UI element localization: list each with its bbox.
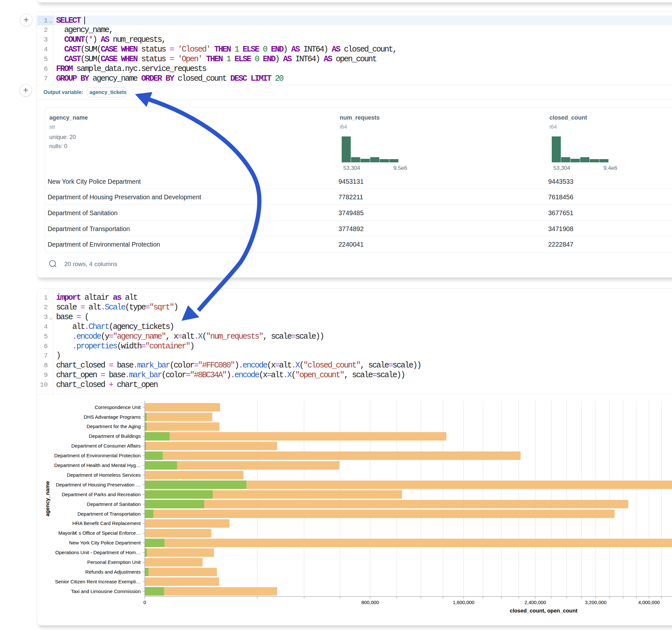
svg-text:Mayorâ€ s Office of Special En: Mayorâ€ s Office of Special Enforce… <box>58 530 141 536</box>
svg-text:HRA Benefit Card Replacement: HRA Benefit Card Replacement <box>72 520 141 526</box>
svg-text:New York City Police Departmen: New York City Police Department <box>69 540 141 546</box>
svg-text:Department of Housing Preserva: Department of Housing Preservation … <box>56 482 141 487</box>
svg-text:Department of Parks and Recrea: Department of Parks and Recreation <box>62 492 141 497</box>
svg-text:agency_name: agency_name <box>44 481 50 516</box>
svg-text:Operations Unit - Department o: Operations Unit - Department of Hom… <box>55 550 141 555</box>
svg-text:Personal Exemption Unit: Personal Exemption Unit <box>87 559 141 565</box>
svg-text:DHS Advantage Programs: DHS Advantage Programs <box>83 414 141 420</box>
svg-text:Department of Sanitation: Department of Sanitation <box>87 501 141 507</box>
svg-text:Department of Buildings: Department of Buildings <box>89 433 141 439</box>
svg-text:Department for the Aging: Department for the Aging <box>87 423 141 429</box>
svg-text:closed_count, open_count: closed_count, open_count <box>510 608 578 613</box>
svg-text:Department of Transportation: Department of Transportation <box>77 511 141 516</box>
svg-text:3,200,000: 3,200,000 <box>585 600 606 605</box>
svg-text:Department of Environmental Pr: Department of Environmental Protection <box>54 453 141 458</box>
svg-text:2,400,000: 2,400,000 <box>525 600 546 605</box>
svg-text:Department of Homeless Service: Department of Homeless Services <box>67 472 141 478</box>
svg-text:Refunds and Adjustments: Refunds and Adjustments <box>85 569 141 575</box>
svg-text:0: 0 <box>143 600 146 605</box>
svg-text:Department of Consumer Affairs: Department of Consumer Affairs <box>71 443 141 449</box>
svg-text:Department of Health and Menta: Department of Health and Mental Hyg… <box>54 462 141 468</box>
svg-text:4,000,000: 4,000,000 <box>638 600 660 605</box>
svg-text:Senior Citizen Rent Increase E: Senior Citizen Rent Increase Exempti… <box>55 579 141 584</box>
svg-text:1,600,000: 1,600,000 <box>453 600 475 605</box>
svg-text:Taxi and Limousine Commission: Taxi and Limousine Commission <box>71 588 141 594</box>
svg-text:Correspondence Unit: Correspondence Unit <box>95 405 141 410</box>
svg-text:800,000: 800,000 <box>361 600 379 605</box>
